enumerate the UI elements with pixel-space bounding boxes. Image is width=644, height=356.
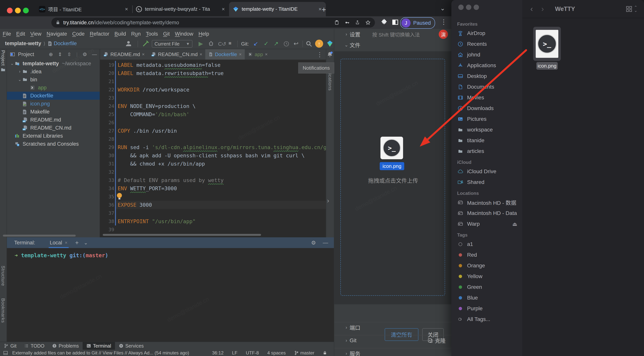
- sidebar-item-a1[interactable]: a1: [457, 239, 518, 250]
- sidebar-item-blue[interactable]: Blue: [457, 292, 518, 303]
- new-terminal-plus-icon[interactable]: +: [75, 239, 79, 246]
- tool-button-terminal[interactable]: Terminal: [82, 342, 115, 350]
- tree-chevron-icon[interactable]: ›: [17, 69, 22, 74]
- code-line-20[interactable]: 20LABEL metadata.rewritesubpath=true: [100, 69, 326, 77]
- editor[interactable]: MDREADME.md×MDREADME_CN.md×Dockerfile×ap…: [100, 49, 326, 237]
- status-message[interactable]: Externally added files can be added to G…: [12, 350, 189, 356]
- code-line-19[interactable]: 19LABEL metadata.usesubdomain=false: [100, 61, 326, 69]
- bookmark-star-icon[interactable]: [365, 20, 371, 25]
- sidebar-item-macintosh-hd-数据[interactable]: Macintosh HD - 数据: [457, 197, 518, 208]
- terminal-tool-window[interactable]: Terminal: Local × + ⌄ ⚙ — ➜ template-wet…: [7, 237, 334, 342]
- menu-code[interactable]: Code: [72, 31, 85, 37]
- share-icon[interactable]: [355, 20, 360, 25]
- expand-all-icon[interactable]: ⇕: [58, 51, 62, 57]
- sidebar-item-warp[interactable]: Warp⏏: [457, 219, 518, 229]
- terminal-tab-local[interactable]: Local ×: [49, 237, 69, 248]
- section-row-0[interactable]: ›端口: [334, 322, 453, 333]
- extensions-puzzle-icon[interactable]: [381, 19, 388, 26]
- finder-back-chevron-icon[interactable]: ‹: [530, 4, 533, 13]
- coverage-icon[interactable]: C↺: [218, 41, 226, 47]
- side-panel-icon[interactable]: [392, 19, 399, 26]
- build-hammer-icon[interactable]: [142, 39, 150, 47]
- settings-section-header[interactable]: › 设置 按 Shift 键切换输入法 演: [334, 29, 453, 40]
- project-horizontal-scrollbar[interactable]: [3, 235, 76, 237]
- traffic-minimize-button[interactable]: [15, 8, 21, 13]
- upload-circle-icon[interactable]: ↑: [315, 40, 323, 48]
- sidebar-item-yellow[interactable]: Yellow: [457, 271, 518, 282]
- sidebar-item-workspace[interactable]: workspace: [457, 124, 518, 135]
- tool-button-services[interactable]: Services: [115, 342, 148, 350]
- tool-button-bookmarks[interactable]: Bookmarks: [0, 298, 6, 323]
- sidebar-item-recents[interactable]: Recents: [457, 39, 518, 49]
- tree-item-readme-cn-md[interactable]: MDREADME_CN.md: [7, 124, 100, 132]
- sidebar-item-red[interactable]: Red: [457, 250, 518, 260]
- menu-run[interactable]: Run: [131, 31, 141, 37]
- intention-bulb-icon[interactable]: [117, 193, 122, 198]
- tool-button-project[interactable]: Project: [0, 50, 6, 72]
- lock-icon[interactable]: [323, 351, 327, 356]
- code-line-21[interactable]: 21: [100, 77, 326, 86]
- debug-bug-icon[interactable]: [208, 40, 214, 47]
- code-line-31[interactable]: 31 && chmod +x /usr/bin/app: [100, 160, 326, 168]
- sidebar-item-green[interactable]: Green: [457, 282, 518, 292]
- sidebar-item-airdrop[interactable]: AirDrop: [457, 28, 518, 39]
- tree-item-bin[interactable]: ⌄bin: [7, 76, 100, 84]
- tab-close-icon[interactable]: ×: [265, 52, 268, 57]
- breadcrumb-file[interactable]: Dockerfile: [54, 41, 77, 46]
- tab-search-chevron-icon[interactable]: ⌄: [440, 4, 445, 12]
- code-line-30[interactable]: 30 && apk add -U openssh-client sshpass …: [100, 151, 326, 160]
- stop-button[interactable]: ■: [228, 40, 232, 46]
- sidebar-item-icloud-drive[interactable]: iCloud Drive: [457, 166, 518, 177]
- section-git[interactable]: ›Git克隆: [334, 335, 453, 346]
- code-line-38[interactable]: 38ENTRYPOINT "/usr/bin/app": [100, 217, 326, 225]
- sidebar-item-downloads[interactable]: Downloads: [457, 103, 518, 114]
- run-button[interactable]: ▶: [198, 40, 203, 47]
- sidebar-item-movies[interactable]: Movies: [457, 92, 518, 103]
- gear-icon[interactable]: ⚙: [82, 51, 87, 57]
- tree-item-dockerfile[interactable]: Dockerfile: [7, 92, 100, 100]
- sidebar-item-shared[interactable]: Shared: [457, 177, 518, 187]
- password-key-icon[interactable]: [344, 20, 350, 25]
- finder-file-icon-png[interactable]: >_ icon.png: [533, 27, 561, 61]
- browser-tab-1[interactable]: <t>项目 - TitanIDE×: [36, 2, 132, 16]
- terminal-minimize-icon[interactable]: —: [323, 240, 328, 246]
- code-line-22[interactable]: 22WORKDIR /root/workspace: [100, 86, 326, 94]
- notification-bell-icon[interactable]: [326, 51, 333, 58]
- run-configuration-select[interactable]: Current File▼: [152, 40, 192, 48]
- tab-close-icon[interactable]: ×: [124, 6, 129, 12]
- tree-item-icon-png[interactable]: icon.png: [7, 100, 100, 108]
- git-branch-name[interactable]: master: [300, 350, 314, 356]
- editor-horizontal-scrollbar[interactable]: [103, 234, 261, 236]
- code-line-27[interactable]: 27COPY ./bin /usr/bin: [100, 127, 326, 135]
- browser-profile-button[interactable]: J Paused: [400, 17, 435, 29]
- menu-refactor[interactable]: Refactor: [90, 31, 109, 37]
- editor-tab-readme-cn-md[interactable]: MDREADME_CN.md×: [148, 49, 206, 59]
- code-line-35[interactable]: 35: [100, 192, 326, 201]
- status-window-icon[interactable]: [3, 351, 8, 356]
- browser-tab-3[interactable]: template-wetty - TitanIDE×: [229, 2, 326, 16]
- locate-file-icon[interactable]: ⊕: [49, 51, 53, 57]
- upload-dropzone[interactable]: >_ icon.png 拖拽或点击文件上传: [340, 59, 445, 296]
- tree-item-readme-md[interactable]: MDREADME.md: [7, 116, 100, 124]
- code-area[interactable]: 19LABEL metadata.usesubdomain=false20LAB…: [100, 61, 326, 228]
- sidebar-item-titanide[interactable]: titanide: [457, 135, 518, 146]
- user-account-icon[interactable]: [125, 40, 133, 47]
- tool-button-todo[interactable]: TODO: [20, 342, 48, 350]
- file-encoding[interactable]: UTF-8: [246, 350, 259, 356]
- code-line-32[interactable]: 32: [100, 168, 326, 176]
- tree-item-external-libraries[interactable]: External Libraries: [7, 132, 100, 140]
- traffic-close-button[interactable]: [7, 8, 13, 13]
- tab-close-icon[interactable]: ×: [200, 52, 202, 57]
- caret-position[interactable]: 36:12: [212, 350, 224, 356]
- sidebar-item-all-tags-[interactable]: All Tags...: [457, 314, 518, 325]
- indent-style[interactable]: 4 spaces: [268, 350, 286, 356]
- sidebar-item-orange[interactable]: Orange: [457, 260, 518, 271]
- browser-tab-2[interactable]: terminal-wetty-bwqryafz - Tita×: [132, 2, 229, 16]
- editor-tab-dockerfile[interactable]: Dockerfile×: [205, 49, 245, 59]
- clipboard-icon[interactable]: [334, 20, 339, 25]
- menu-tools[interactable]: Tools: [146, 31, 158, 37]
- sidebar-item-articles[interactable]: articles: [457, 146, 518, 157]
- finder-close-button[interactable]: [458, 4, 464, 10]
- tree-item-template-wetty[interactable]: ⌄template-wetty~/workspace: [7, 59, 100, 68]
- tree-item-scratches-and-consoles[interactable]: Scratches and Consoles: [7, 140, 100, 148]
